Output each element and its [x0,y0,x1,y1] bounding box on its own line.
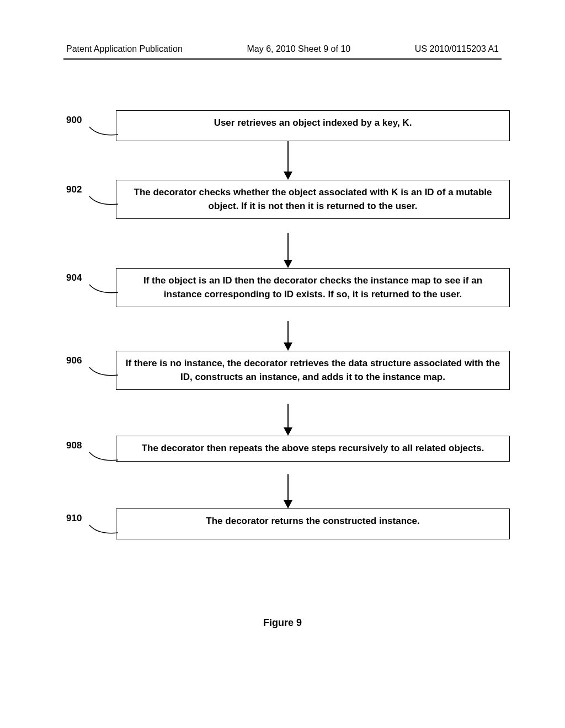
svg-marker-9 [284,500,292,508]
svg-marker-1 [284,172,292,180]
leader-line [88,195,116,206]
step-box: If the object is an ID then the decorato… [116,268,510,307]
leader-line [88,524,116,535]
flow-step: 906 If there is no instance, the decorat… [66,351,510,390]
step-box: If there is no instance, the decorator r… [116,351,510,390]
step-number: 904 [66,268,116,283]
arrow-down-icon [281,141,295,180]
flow-step: 910 The decorator returns the constructe… [66,508,510,539]
flow-step: 902 The decorator checks whether the obj… [66,180,510,219]
svg-marker-5 [284,342,292,351]
flow-step: 904 If the object is an ID then the deco… [66,268,510,307]
leader-line [88,283,116,295]
arrow-down-icon [281,321,295,351]
flow-step: 900 User retrieves an object indexed by … [66,110,510,141]
header-right: US 2010/0115203 A1 [415,44,499,54]
leader-line [88,366,116,377]
flowchart: 900 User retrieves an object indexed by … [66,110,510,618]
step-number: 906 [66,351,116,366]
step-box: The decorator returns the constructed in… [116,508,510,539]
figure-caption: Figure 9 [0,617,565,629]
step-box: The decorator then repeats the above ste… [116,436,510,462]
svg-marker-3 [284,260,292,268]
step-number: 910 [66,508,116,524]
flow-step: 908 The decorator then repeats the above… [66,436,510,462]
svg-marker-7 [284,427,292,436]
step-number: 902 [66,180,116,195]
arrow-down-icon [281,404,295,436]
header-center: May 6, 2010 Sheet 9 of 10 [247,44,350,54]
header-rule [63,58,502,60]
leader-line [88,451,116,462]
header-left: Patent Application Publication [66,44,183,54]
step-number: 900 [66,110,116,126]
page-header: Patent Application Publication May 6, 20… [0,44,565,54]
arrow-down-icon [281,233,295,268]
step-number: 908 [66,436,116,451]
step-box: The decorator checks whether the object … [116,180,510,219]
leader-line [88,126,116,137]
step-box: User retrieves an object indexed by a ke… [116,110,510,141]
arrow-down-icon [281,474,295,508]
